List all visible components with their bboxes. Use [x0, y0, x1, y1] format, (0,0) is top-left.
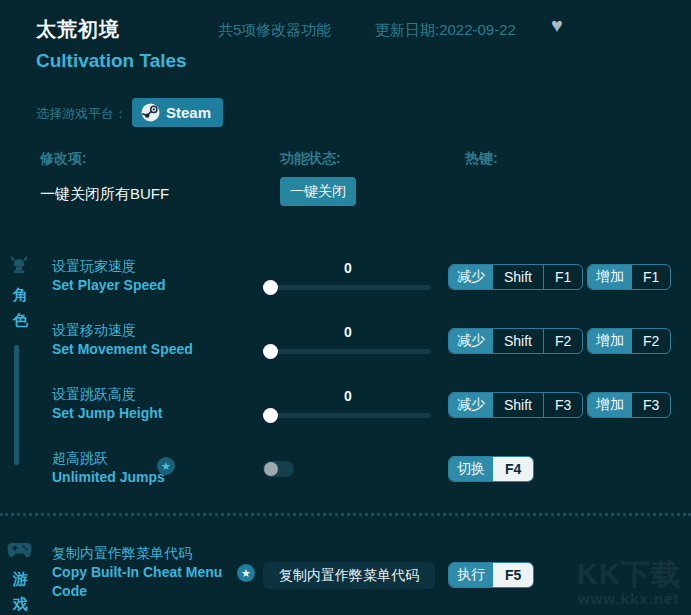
steam-platform-button[interactable]: Steam: [132, 98, 223, 127]
function-label-zh: 超高跳跃: [52, 450, 108, 468]
hotkey-modifier[interactable]: Shift: [493, 329, 543, 353]
hotkey-key[interactable]: F2: [543, 329, 582, 353]
slider-value: 0: [265, 260, 431, 276]
hotkey-key[interactable]: F3: [632, 393, 670, 417]
hotkey-modifier[interactable]: Shift: [493, 265, 543, 289]
page-subtitle-en: Cultivation Tales: [36, 50, 187, 72]
increase-hotkey-group[interactable]: 增加 F1: [587, 264, 671, 290]
star-badge-icon: ★: [237, 564, 255, 582]
function-row-jump-height: 设置跳跃高度 Set Jump Height 0 减少 Shift F3 增加 …: [0, 386, 691, 432]
column-header-hotkey: 热键:: [465, 150, 498, 168]
slider-value: 0: [265, 388, 431, 404]
function-label-zh: 设置跳跃高度: [52, 386, 136, 404]
hotkey-key[interactable]: F1: [632, 265, 670, 289]
favorite-heart-icon[interactable]: ♥: [551, 14, 563, 37]
function-label-en: Set Movement Speed: [52, 341, 193, 357]
decrease-button[interactable]: 减少: [449, 265, 493, 289]
update-date: 更新日期:2022-09-22: [375, 21, 516, 40]
unlimited-jumps-toggle[interactable]: [263, 461, 294, 477]
hotkey-key[interactable]: F5: [493, 563, 533, 587]
column-header-item: 修改项:: [40, 150, 87, 168]
hotkey-key[interactable]: F1: [543, 265, 582, 289]
decrease-hotkey-group[interactable]: 减少 Shift F3: [448, 392, 583, 418]
execute-hotkey-group[interactable]: 执行 F5: [448, 562, 534, 588]
functions-count: 共5项修改器功能: [218, 21, 331, 40]
function-label-en-line2: Code: [52, 583, 87, 599]
increase-hotkey-group[interactable]: 增加 F3: [587, 392, 671, 418]
steam-icon: [141, 103, 160, 122]
decrease-hotkey-group[interactable]: 减少 Shift F1: [448, 264, 583, 290]
toggle-button[interactable]: 切换: [449, 457, 493, 481]
function-row-movement-speed: 设置移动速度 Set Movement Speed 0 减少 Shift F2 …: [0, 322, 691, 368]
toggle-hotkey-group[interactable]: 切换 F4: [448, 456, 534, 482]
increase-button[interactable]: 增加: [588, 265, 632, 289]
function-label-en: Set Player Speed: [52, 277, 166, 293]
increase-button[interactable]: 增加: [588, 329, 632, 353]
toggle-knob: [264, 462, 278, 476]
buff-off-label: 一键关闭所有BUFF: [40, 185, 169, 204]
increase-button[interactable]: 增加: [588, 393, 632, 417]
decrease-hotkey-group[interactable]: 减少 Shift F2: [448, 328, 583, 354]
function-row-player-speed: 设置玩家速度 Set Player Speed 0 减少 Shift F1 增加…: [0, 258, 691, 304]
hotkey-key[interactable]: F2: [632, 329, 670, 353]
watermark-url: www.kkx.net: [578, 590, 679, 607]
hotkey-key[interactable]: F4: [493, 457, 533, 481]
function-label-zh: 设置玩家速度: [52, 258, 136, 276]
platform-select-label: 选择游戏平台：: [36, 105, 127, 123]
decrease-button[interactable]: 减少: [449, 393, 493, 417]
watermark-logo: KK下载: [577, 555, 681, 595]
hotkey-key[interactable]: F3: [543, 393, 582, 417]
slider-track[interactable]: [265, 413, 431, 418]
buff-off-button[interactable]: 一键关闭: [280, 177, 356, 206]
steam-button-label: Steam: [166, 104, 211, 121]
function-label-en-line1: Copy Built-In Cheat Menu: [52, 564, 222, 580]
hotkey-modifier[interactable]: Shift: [493, 393, 543, 417]
section-divider: [0, 513, 691, 516]
slider-value: 0: [265, 324, 431, 340]
decrease-button[interactable]: 减少: [449, 329, 493, 353]
star-badge-icon: ★: [157, 457, 175, 475]
function-label-zh: 设置移动速度: [52, 322, 136, 340]
slider-track[interactable]: [265, 349, 431, 354]
function-label-en: Unlimited Jumps: [52, 469, 165, 485]
slider-thumb[interactable]: [263, 408, 278, 423]
function-row-unlimited-jumps: 超高跳跃 Unlimited Jumps ★ 切换 F4: [0, 450, 691, 496]
trainer-window: 太荒初境 共5项修改器功能 更新日期:2022-09-22 ♥ Cultivat…: [0, 0, 691, 615]
slider-track[interactable]: [265, 285, 431, 290]
function-label-en: Set Jump Height: [52, 405, 162, 421]
execute-button[interactable]: 执行: [449, 563, 493, 587]
increase-hotkey-group[interactable]: 增加 F2: [587, 328, 671, 354]
page-title: 太荒初境: [36, 16, 120, 43]
copy-cheat-code-button[interactable]: 复制内置作弊菜单代码: [263, 562, 435, 589]
function-label-zh: 复制内置作弊菜单代码: [52, 545, 192, 563]
column-header-status: 功能状态:: [280, 150, 341, 168]
slider-thumb[interactable]: [263, 344, 278, 359]
slider-thumb[interactable]: [263, 280, 278, 295]
